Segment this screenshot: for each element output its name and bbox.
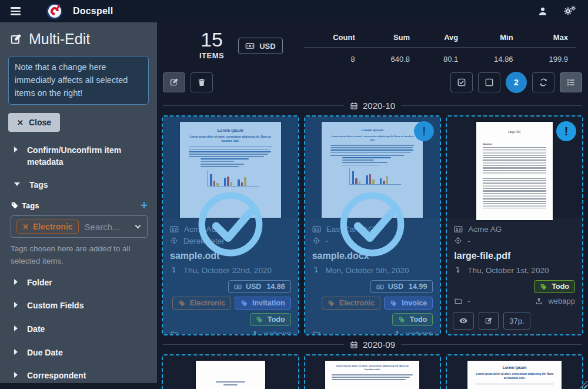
select-all-button[interactable] [450, 72, 473, 92]
selection-toolbar: 2 [157, 67, 588, 97]
edit-selected-button[interactable] [163, 72, 185, 92]
check-circle-icon [195, 188, 266, 260]
stats-table: Count Sum Avg Min Max 8 640.8 80.1 14.86… [304, 28, 576, 67]
items-main-panel: 15 ITEMS USD Count Sum Avg Min Max 8 640… [157, 22, 588, 389]
stats-header: Avg [418, 28, 466, 48]
page-count-button[interactable]: 37p. [503, 312, 530, 330]
item-preview: Large PDF Contents ! [447, 117, 582, 218]
multi-edit-sidebar: Multi-Edit Note that a change here immed… [0, 22, 157, 383]
tags-help-text: Tags chosen here are added to all select… [11, 243, 148, 268]
caret-right-icon [14, 372, 18, 378]
brand-title: Docspell [73, 6, 113, 16]
list-view-button[interactable] [560, 72, 582, 92]
item-date-line: Thu, October 1st, 2020 [454, 266, 575, 275]
folder-icon [454, 297, 463, 305]
item-preview: Lorem ipsum dolor sit amet, consectetur … [305, 355, 440, 389]
selected-tag-chip: ✕ Electronic [16, 220, 79, 234]
section-due-date[interactable]: Due Date [8, 341, 149, 365]
edit-icon [169, 78, 179, 87]
tag-icon [11, 201, 19, 210]
concerning-line: - [454, 237, 575, 245]
caret-right-icon [14, 349, 18, 355]
tag-icon [540, 283, 547, 291]
tags-select[interactable]: ✕ Electronic Search... [11, 215, 148, 238]
stats-value: 14.86 [466, 48, 521, 68]
check-circle-icon [336, 188, 408, 260]
stats-value: 199.9 [522, 48, 576, 68]
address-card-icon [454, 225, 463, 234]
settings-gears-icon[interactable] [563, 6, 576, 16]
trash-icon [197, 78, 206, 87]
selected-overlay [163, 117, 298, 334]
menu-icon[interactable] [8, 5, 23, 18]
caret-down-icon [14, 182, 20, 186]
tag-search-input[interactable]: Search... [85, 222, 130, 232]
date-group-header: 2020-10 [163, 101, 582, 111]
remove-tag-icon[interactable]: ✕ [22, 222, 29, 231]
list-icon [566, 78, 576, 87]
currency-button[interactable]: USD [238, 38, 282, 54]
calendar-icon [350, 102, 358, 110]
crosshair-icon [454, 237, 462, 245]
source-line: webapp [534, 297, 575, 305]
selected-overlay [305, 117, 440, 334]
edit-item-button[interactable] [479, 312, 499, 330]
top-navbar: Docspell [0, 0, 588, 22]
tag-badge[interactable]: Todo [534, 280, 575, 293]
caret-right-icon [14, 325, 18, 331]
warning-badge[interactable]: ! [556, 121, 576, 141]
close-button[interactable]: ✕ Close [8, 113, 60, 132]
section-confirm-metadata[interactable]: Confirm/Unconfirm item metadata [8, 139, 149, 174]
item-card[interactable] [162, 354, 299, 389]
tags-editor: Tags + ✕ Electronic Search... Tags chose… [8, 197, 149, 271]
item-count-summary: 15 ITEMS [199, 29, 224, 60]
preview-button[interactable] [453, 312, 474, 330]
item-card-large-file-pdf[interactable]: Large PDF Contents ! Acme AG [446, 115, 583, 335]
eye-icon [459, 316, 468, 325]
item-badges: Todo [454, 280, 575, 293]
user-icon[interactable] [537, 6, 548, 16]
close-icon: ✕ [17, 118, 24, 127]
calendar-icon [350, 341, 358, 349]
section-custom-fields[interactable]: Custom Fields [8, 294, 149, 318]
deselect-all-button[interactable] [478, 72, 500, 92]
section-folder[interactable]: Folder [8, 271, 149, 295]
check-square-icon [457, 78, 466, 87]
stats-value: 640.8 [363, 48, 418, 68]
arrow-down-icon [454, 266, 462, 274]
sync-icon [539, 78, 548, 87]
docspell-logo-icon[interactable] [46, 4, 62, 19]
selected-count-badge: 2 [506, 72, 527, 93]
edit-icon [9, 33, 22, 46]
money-bill-icon [245, 41, 255, 51]
stats-header: Max [522, 28, 576, 48]
add-tag-icon[interactable]: + [141, 200, 148, 211]
sidebar-title: Multi-Edit [9, 31, 149, 48]
multi-edit-note: Note that a change here immediatly affec… [8, 56, 149, 105]
folder-line: - [454, 297, 470, 305]
delete-selected-button[interactable] [191, 72, 213, 92]
item-card-sample-odt[interactable]: Lorem ipsum Lorem ipsum dolor sit amet, … [162, 115, 299, 335]
section-correspondent[interactable]: Correspondent [8, 364, 149, 383]
section-tags[interactable]: Tags [8, 174, 149, 197]
stats-value: 8 [304, 48, 363, 68]
item-count: 15 [199, 29, 224, 51]
section-date[interactable]: Date [8, 318, 149, 341]
stats-header: Sum [363, 28, 418, 48]
chevron-down-icon[interactable] [135, 223, 141, 229]
item-preview [163, 355, 298, 389]
caret-right-icon [14, 147, 18, 152]
edit-icon [485, 317, 493, 325]
stats-value: 80.1 [418, 48, 466, 68]
item-card[interactable]: Lorem ipsum dolor sit amet, consectetur … [304, 354, 442, 389]
stats-bar: 15 ITEMS USD Count Sum Avg Min Max 8 640… [157, 22, 588, 67]
items-list: 2020-10 Lorem ipsum Lorem ipsum dolor si… [157, 97, 588, 389]
square-icon [485, 78, 494, 87]
item-card-sample-docx[interactable]: Lorem ipsum Lorem ipsum dolor sit amet, … [304, 115, 442, 335]
item-count-label: ITEMS [199, 51, 224, 60]
item-name[interactable]: large-file.pdf [454, 251, 575, 261]
stats-header: Count [304, 28, 363, 48]
upload-icon [534, 297, 543, 305]
invert-selection-button[interactable] [532, 72, 554, 92]
item-card[interactable]: Lorem ipsum Lorem ipsum dolor sit amet, … [446, 354, 583, 389]
